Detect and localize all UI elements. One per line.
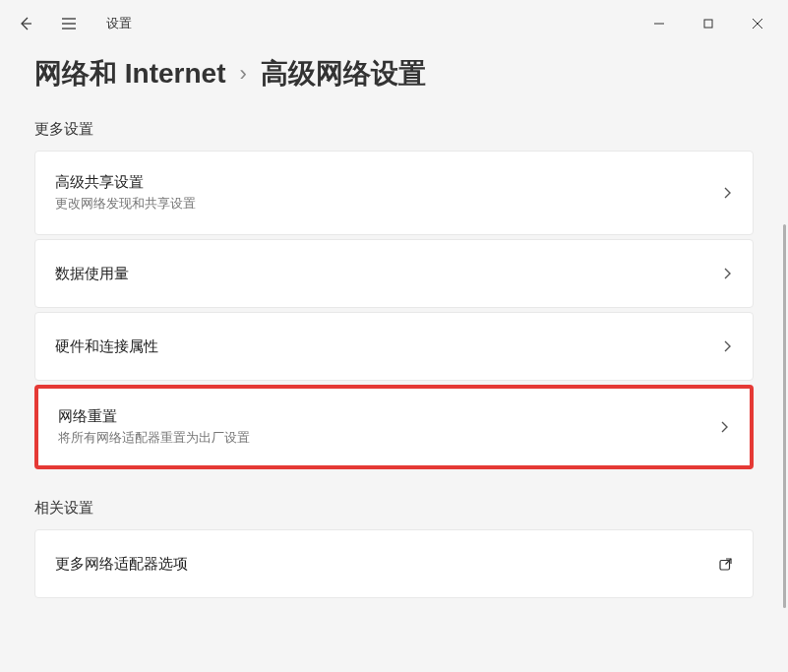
item-text: 更多网络适配器选项 [55,555,188,574]
chevron-right-icon [721,267,733,280]
titlebar-left: 设置 [8,6,132,41]
settings-item-network-reset[interactable]: 网络重置 将所有网络适配器重置为出厂设置 [34,385,754,469]
titlebar: 设置 [0,0,788,47]
scrollbar-thumb[interactable] [783,224,786,608]
chevron-right-icon [718,420,730,434]
item-title: 高级共享设置 [55,173,196,192]
item-title: 网络重置 [58,407,250,426]
item-desc: 将所有网络适配器重置为出厂设置 [58,430,250,447]
window-title: 设置 [106,15,132,32]
menu-button[interactable] [51,6,87,41]
hamburger-icon [61,17,77,31]
section-header-related-settings: 相关设置 [34,499,754,518]
breadcrumb: 网络和 Internet › 高级网络设置 [34,55,754,92]
settings-item-data-usage[interactable]: 数据使用量 [34,239,754,308]
item-text: 硬件和连接属性 [55,337,158,356]
chevron-right-icon [721,186,733,200]
back-button[interactable] [8,6,43,41]
breadcrumb-parent[interactable]: 网络和 Internet [34,55,225,92]
item-text: 网络重置 将所有网络适配器重置为出厂设置 [58,407,250,447]
item-text: 数据使用量 [55,265,129,283]
related-settings-list: 更多网络适配器选项 [34,529,754,598]
close-icon [752,18,763,30]
close-button[interactable] [735,8,780,39]
item-title: 数据使用量 [55,265,129,283]
scrollbar[interactable] [780,47,786,670]
minimize-button[interactable] [636,8,682,39]
maximize-button[interactable] [686,8,731,39]
settings-item-advanced-sharing[interactable]: 高级共享设置 更改网络发现和共享设置 [34,151,754,235]
maximize-icon [702,18,714,30]
item-title: 硬件和连接属性 [55,337,158,356]
content-area: 网络和 Internet › 高级网络设置 更多设置 高级共享设置 更改网络发现… [0,55,788,598]
external-link-icon [718,557,733,572]
chevron-right-icon [721,339,733,353]
more-settings-list: 高级共享设置 更改网络发现和共享设置 数据使用量 硬件和连接属性 [34,151,754,469]
item-desc: 更改网络发现和共享设置 [55,196,196,213]
item-text: 高级共享设置 更改网络发现和共享设置 [55,173,196,213]
item-title: 更多网络适配器选项 [55,555,188,574]
settings-item-hardware-properties[interactable]: 硬件和连接属性 [34,312,754,381]
chevron-right-icon: › [239,61,246,87]
minimize-icon [653,18,665,30]
svg-rect-4 [704,20,712,28]
section-header-more-settings: 更多设置 [34,120,754,139]
arrow-left-icon [18,16,33,31]
settings-item-more-adapters[interactable]: 更多网络适配器选项 [34,529,754,598]
breadcrumb-current: 高级网络设置 [261,55,426,92]
window-controls [636,8,780,39]
